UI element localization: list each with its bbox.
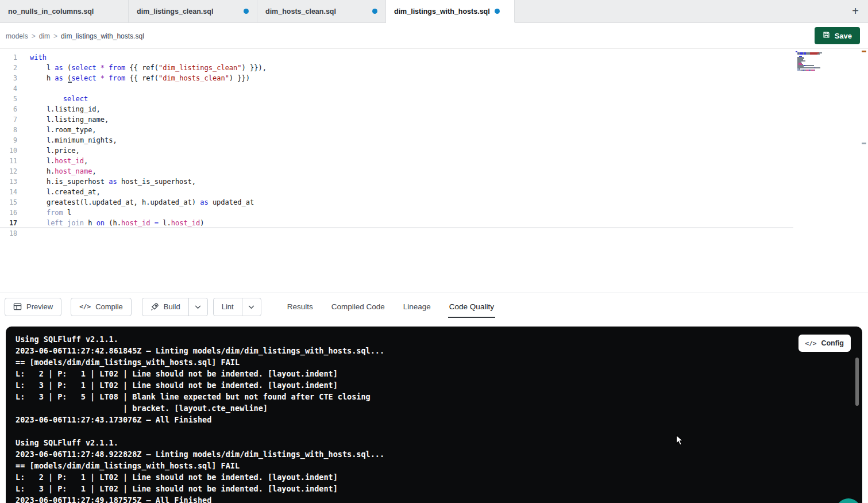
code-line[interactable]: 5 select [0, 94, 793, 104]
terminal-line: Using SQLFluff v2.1.1. [16, 437, 862, 448]
token: as [200, 198, 208, 206]
result-tab-lineage[interactable]: Lineage [403, 300, 431, 313]
result-tabs: ResultsCompiled CodeLineageCode Quality [287, 300, 494, 313]
terminal-line: 2023-06-06T11:27:49.187575Z — All Finish… [16, 494, 862, 503]
minimap-seg [805, 65, 814, 66]
token: {{ ref( [125, 74, 159, 82]
token [97, 74, 101, 82]
code-text: h.host_name, [17, 166, 97, 176]
code-editor[interactable]: 1with2 l as (select * from {{ ref("dim_l… [0, 49, 868, 293]
unsaved-changes-dot [372, 9, 377, 14]
minimap-seg [810, 53, 818, 55]
config-button[interactable]: </> Config [798, 335, 851, 352]
editor-tab-dim_hosts_clean[interactable]: dim_hosts_clean.sql [257, 0, 386, 22]
code-line[interactable]: 1with [0, 52, 793, 63]
code-text: l.host_id, [17, 156, 88, 166]
token [30, 95, 63, 103]
editor-scrollbar[interactable] [860, 49, 868, 293]
compile-button[interactable]: </> Compile [71, 298, 132, 316]
result-tab-results[interactable]: Results [287, 300, 313, 313]
terminal-line: L: 2 | P: 1 | LT02 | Line should not be … [16, 368, 862, 379]
scrollbar-thumb[interactable] [855, 358, 859, 406]
minimap-seg [817, 53, 820, 55]
code-text: select [17, 94, 88, 104]
editor-tab-dim_listings_clean[interactable]: dim_listings_clean.sql [129, 0, 257, 22]
minimap-seg [797, 70, 801, 71]
editor-tab-bar: no_nulls_in_columns.sqldim_listings_clea… [0, 0, 868, 23]
code-line[interactable]: 2 l as (select * from {{ ref("dim_listin… [0, 63, 793, 73]
code-line[interactable]: 17 left join h on (h.host_id = l.host_id… [0, 218, 793, 228]
token: h. [30, 167, 55, 175]
breadcrumb-separator: > [32, 32, 36, 40]
code-icon: </> [79, 303, 91, 310]
tab-label: no_nulls_in_columns.sql [8, 7, 94, 16]
preview-button[interactable]: Preview [5, 298, 61, 316]
code-line[interactable]: 8 l.room_type, [0, 125, 793, 135]
new-tab-button[interactable]: + [843, 0, 868, 22]
token: l.listing_name, [30, 116, 109, 124]
minimap-line [796, 71, 842, 72]
token: h [84, 219, 97, 227]
code-line[interactable]: 3 h as (select * from {{ ref("dim_hosts_… [0, 73, 793, 83]
code-line[interactable]: 13 h.is_superhost as host_is_superhost, [0, 176, 793, 187]
code-line[interactable]: 11 l.host_id, [0, 156, 793, 166]
code-text: greatest(l.updated_at, h.updated_at) as … [17, 197, 254, 208]
code-line[interactable]: 4 [0, 83, 793, 94]
breadcrumb: models>dim>dim_listings_with_hosts.sql [6, 30, 144, 41]
code-line[interactable]: 6 l.listing_id, [0, 104, 793, 114]
build-dropdown-button[interactable] [188, 298, 208, 316]
breadcrumb-bar: models>dim>dim_listings_with_hosts.sql S… [0, 23, 868, 49]
action-toolbar: Preview </> Compile Build Lint ResultsCo… [0, 293, 868, 320]
token: select [63, 95, 88, 103]
build-button[interactable]: Build [142, 298, 189, 316]
unsaved-changes-dot [495, 9, 500, 14]
code-line[interactable]: 16 from l [0, 208, 793, 218]
line-number: 9 [0, 135, 17, 145]
terminal-line: | bracket. [layout.cte_newline] [16, 402, 862, 414]
code-line[interactable]: 12 h.host_name, [0, 166, 793, 176]
save-icon [823, 31, 830, 40]
token: left join [47, 219, 84, 227]
line-number: 12 [0, 166, 17, 176]
minimap[interactable] [796, 51, 842, 72]
result-tab-compiled-code[interactable]: Compiled Code [331, 300, 385, 313]
token: l [30, 64, 55, 72]
token: from [109, 64, 125, 72]
token: from [47, 209, 63, 217]
code-line[interactable]: 10 l.price, [0, 145, 793, 156]
build-label: Build [164, 302, 180, 311]
save-button[interactable]: Save [815, 27, 860, 44]
lint-button[interactable]: Lint [213, 298, 242, 316]
token: on [97, 219, 105, 227]
token: l.price, [30, 147, 80, 155]
editor-tab-no_nulls_in_columns[interactable]: no_nulls_in_columns.sql [0, 0, 129, 22]
token: * [101, 64, 105, 72]
code-text [17, 83, 30, 94]
code-line[interactable]: 15 greatest(l.updated_at, h.updated_at) … [0, 197, 793, 208]
breadcrumb-segment[interactable]: dim [39, 32, 50, 40]
code-line[interactable]: 14 l.created_at, [0, 187, 793, 197]
token: host_is_superhost, [117, 178, 196, 186]
line-number: 13 [0, 176, 17, 187]
breadcrumb-segment[interactable]: dim_listings_with_hosts.sql [61, 32, 144, 40]
token: as [109, 178, 117, 186]
code-line[interactable]: 18 [0, 228, 793, 239]
chevron-down-icon [248, 302, 254, 311]
terminal-output[interactable]: Using SQLFluff v2.1.1.2023-06-06T11:27:4… [16, 333, 862, 503]
token: greatest(l.updated_at, h.updated_at) [30, 198, 200, 206]
terminal-scrollbar[interactable] [855, 331, 859, 499]
line-number: 2 [0, 63, 17, 73]
lint-dropdown-button[interactable] [242, 298, 261, 316]
code-line[interactable]: 7 l.listing_name, [0, 114, 793, 125]
token: "dim_hosts_clean" [159, 74, 229, 82]
token: from [109, 74, 125, 82]
code-line[interactable]: 9 l.minimum_nights, [0, 135, 793, 145]
editor-tab-dim_listings_with_hosts[interactable]: dim_listings_with_hosts.sql [386, 0, 515, 22]
preview-grid-icon [13, 302, 22, 311]
token: ( [63, 64, 71, 72]
unsaved-changes-dot [244, 9, 249, 14]
result-tab-code-quality[interactable]: Code Quality [449, 300, 494, 313]
code-text: l.room_type, [17, 125, 97, 135]
code-text: h as (select * from {{ ref("dim_hosts_cl… [17, 73, 250, 83]
breadcrumb-segment[interactable]: models [6, 32, 28, 40]
